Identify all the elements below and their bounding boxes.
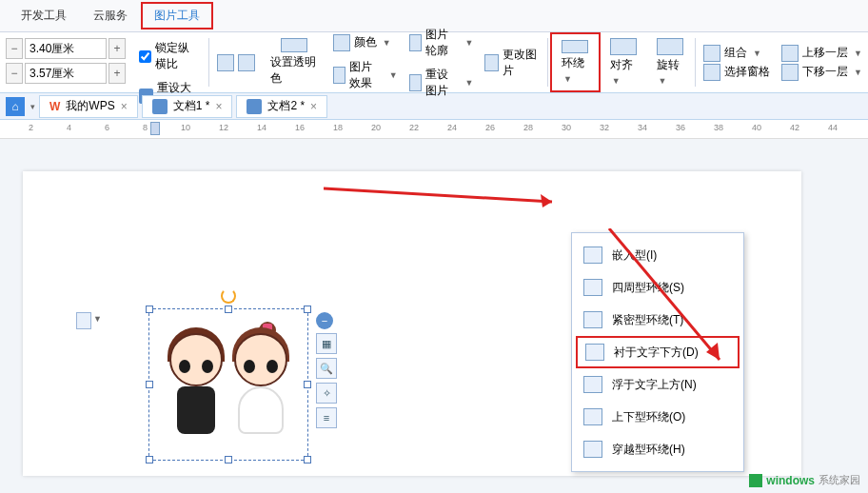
select-pane-button[interactable]: 选择窗格 <box>703 64 770 81</box>
resize-handle[interactable] <box>304 381 311 388</box>
bring-forward-button[interactable]: 上移一层▼ <box>781 45 862 62</box>
wrap-tight-icon <box>583 311 602 328</box>
chevron-down-icon: ▼ <box>465 38 474 48</box>
select-pane-label: 选择窗格 <box>724 64 770 80</box>
tab-my-wps[interactable]: W我的WPS× <box>39 95 138 118</box>
item-label: 上下型环绕(O) <box>612 409 685 425</box>
width-input[interactable]: 3.57厘米 <box>25 63 107 84</box>
rotate-label: 旋转 <box>657 58 680 71</box>
lock-aspect-checkbox[interactable] <box>139 50 151 63</box>
wrap-through-icon <box>583 441 602 458</box>
width-increment[interactable]: + <box>108 63 126 84</box>
tab-label: 我的WPS <box>66 98 114 114</box>
wrap-top-bottom[interactable]: 上下型环绕(O) <box>572 401 743 433</box>
bring-forward-label: 上移一层 <box>802 45 848 61</box>
effect-label: 图片效果 <box>349 59 383 91</box>
reset-pic-button[interactable]: 重设图片▼ <box>404 63 480 103</box>
ruler-tick: 42 <box>790 123 799 132</box>
resize-handle[interactable] <box>146 306 153 313</box>
horizontal-ruler[interactable]: 2468101214161820222426283032343638404244 <box>0 120 868 139</box>
menu-picture-tools[interactable]: 图片工具 <box>141 2 213 30</box>
height-input[interactable]: 3.40厘米 <box>25 38 107 59</box>
rotation-handle[interactable] <box>221 288 236 304</box>
send-backward-button[interactable]: 下移一层▼ <box>781 64 862 81</box>
ruler-tick: 14 <box>257 123 266 132</box>
home-tab[interactable]: ⌂ <box>6 97 25 116</box>
resize-handle[interactable] <box>304 456 311 463</box>
watermark: windows 系统家园 <box>749 473 860 487</box>
reset-pic-icon <box>409 74 423 91</box>
close-icon[interactable]: × <box>215 100 222 113</box>
width-decrement[interactable]: − <box>6 63 23 84</box>
ruler-tick: 10 <box>181 123 190 132</box>
chevron-down-icon: ▼ <box>383 38 391 48</box>
item-label: 衬于文字下方(D) <box>614 345 699 361</box>
outline-button[interactable]: 图片轮廓▼ <box>404 23 480 63</box>
wrap-behind-text[interactable]: 衬于文字下方(D) <box>576 336 740 368</box>
wrap-square[interactable]: 四周型环绕(S) <box>572 271 743 304</box>
chevron-down-icon: ▼ <box>753 49 761 58</box>
wrap-tight[interactable]: 紧密型环绕(T) <box>572 304 743 336</box>
doc-icon <box>247 99 262 114</box>
color-label: 颜色 <box>354 34 377 50</box>
send-backward-label: 下移一层 <box>802 64 848 80</box>
close-icon[interactable]: × <box>121 100 128 113</box>
cartoon-groom <box>166 327 227 442</box>
wrap-button[interactable]: 环绕▼ <box>550 32 601 92</box>
color-button[interactable]: 颜色▼ <box>327 30 404 55</box>
resize-handle[interactable] <box>146 456 153 463</box>
chevron-down-icon: ▼ <box>563 74 572 84</box>
height-decrement[interactable]: − <box>6 38 23 59</box>
ruler-tick: 24 <box>447 123 457 132</box>
resize-handle[interactable] <box>225 306 232 313</box>
image-content <box>155 315 302 454</box>
align-button[interactable]: 对齐▼ <box>601 32 647 92</box>
tab-doc2[interactable]: 文档2 *× <box>236 95 327 118</box>
set-transparent-label: 设置透明色 <box>270 54 317 87</box>
ruler-tick: 44 <box>828 123 838 132</box>
chevron-down-icon: ▼ <box>854 68 862 77</box>
size-options: 锁定纵横比 重设大小 <box>131 32 207 92</box>
wrap-in-front[interactable]: 浮于文字上方(N) <box>572 368 743 401</box>
tab-dropdown-icon[interactable]: ▾ <box>30 102 35 111</box>
resize-handle[interactable] <box>304 306 311 313</box>
wrap-icon <box>562 40 588 53</box>
ruler-tick: 4 <box>67 123 71 132</box>
layer-group: 上移一层▼ 下移一层▼ <box>776 32 868 92</box>
more-icon[interactable]: ≡ <box>316 407 337 428</box>
group-icon <box>703 45 720 62</box>
height-increment[interactable]: + <box>108 38 126 59</box>
selected-image[interactable] <box>148 308 308 461</box>
wrap-behind-icon <box>585 344 604 361</box>
ruler-tick: 28 <box>523 123 533 132</box>
wrap-topbottom-icon <box>583 408 602 425</box>
effect-button[interactable]: 图片效果▼ <box>327 55 404 95</box>
wrap-through[interactable]: 穿越型环绕(H) <box>572 433 743 465</box>
ruler-tick: 32 <box>600 123 609 132</box>
chevron-down-icon[interactable]: ▼ <box>93 314 102 324</box>
indent-marker[interactable] <box>150 122 160 135</box>
crop-icon[interactable]: ✧ <box>316 383 337 404</box>
item-label: 嵌入型(I) <box>612 247 657 264</box>
menu-cloud[interactable]: 云服务 <box>80 2 141 30</box>
menu-dev-tools[interactable]: 开发工具 <box>8 2 80 30</box>
close-icon[interactable]: × <box>310 100 317 113</box>
change-pic-button[interactable]: 更改图片 <box>479 32 545 92</box>
paragraph-layout-icon[interactable] <box>76 312 91 329</box>
wrap-square-icon <box>583 279 602 296</box>
zoom-icon[interactable]: 🔍 <box>316 358 337 379</box>
brightness-icon[interactable] <box>217 54 234 71</box>
tab-doc1[interactable]: 文档1 *× <box>142 95 233 118</box>
contrast-icon[interactable] <box>238 54 255 71</box>
set-transparent-button[interactable]: 设置透明色 <box>261 32 326 92</box>
resize-handle[interactable] <box>146 381 153 388</box>
collapse-icon[interactable]: − <box>316 312 333 329</box>
watermark-sub: 系统家园 <box>819 473 860 487</box>
ruler-tick: 12 <box>219 123 228 132</box>
group-button[interactable]: 组合▼ <box>703 45 770 62</box>
resize-handle[interactable] <box>225 456 232 463</box>
wrap-inline[interactable]: 嵌入型(I) <box>572 239 743 271</box>
ruler-tick: 18 <box>333 123 343 132</box>
layout-options-icon[interactable]: ▦ <box>316 333 337 354</box>
rotate-button[interactable]: 旋转▼ <box>647 32 694 92</box>
